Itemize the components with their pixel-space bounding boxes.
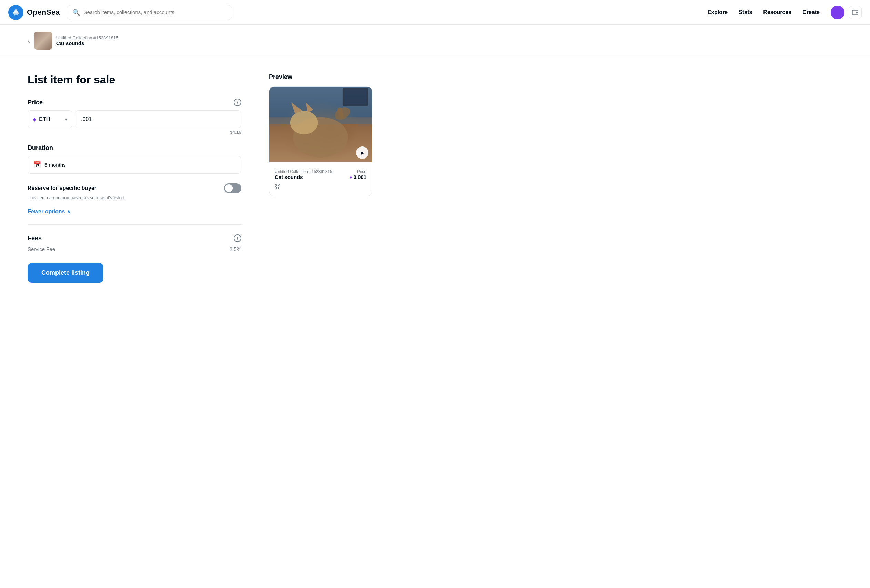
right-panel: Preview xyxy=(269,73,379,283)
preview-eth-icon: ♦ xyxy=(350,174,352,180)
item-thumbnail xyxy=(34,32,52,50)
link-icon: ⛓ xyxy=(275,183,281,191)
logo-icon xyxy=(8,5,24,20)
fewer-options-section: Fewer options ∧ xyxy=(28,208,241,215)
preview-label: Preview xyxy=(269,73,379,80)
preview-price-label: Price xyxy=(350,169,366,174)
currency-selector[interactable]: ♦ ETH ▾ xyxy=(28,110,72,128)
svg-point-5 xyxy=(290,111,318,134)
duration-section: Duration 📅 6 months xyxy=(28,144,241,174)
breadcrumb-collection: Untitled Collection #152391815 xyxy=(56,35,119,40)
preview-collection: Untitled Collection #152391815 xyxy=(275,169,332,174)
preview-name: Cat sounds xyxy=(275,174,332,180)
reserve-toggle[interactable] xyxy=(224,183,241,193)
duration-header: Duration xyxy=(28,144,241,152)
fewer-options-text: Fewer options xyxy=(28,208,65,215)
logo-link[interactable]: OpenSea xyxy=(8,5,60,20)
price-section-header: Price i xyxy=(28,98,241,106)
price-usd-value: $4.19 xyxy=(28,130,241,135)
preview-info: Untitled Collection #152391815 Cat sound… xyxy=(269,162,372,180)
toggle-knob xyxy=(225,185,233,192)
avatar[interactable] xyxy=(831,6,845,19)
chevron-up-icon: ∧ xyxy=(67,209,70,214)
logo-text: OpenSea xyxy=(27,8,60,17)
back-button[interactable]: ‹ xyxy=(28,37,30,45)
fees-section: Fees i Service Fee 2.5% xyxy=(28,234,241,252)
duration-value: 6 months xyxy=(45,162,66,168)
reserve-label: Reserve for specific buyer xyxy=(28,185,97,191)
reserve-description: This item can be purchased as soon as it… xyxy=(28,195,241,200)
currency-label: ETH xyxy=(39,116,50,122)
search-bar[interactable]: 🔍 xyxy=(67,5,232,20)
service-fee-label: Service Fee xyxy=(28,246,55,252)
preview-price-number: 0.001 xyxy=(353,174,366,180)
duration-label: Duration xyxy=(28,144,53,152)
nav-stats[interactable]: Stats xyxy=(739,9,752,15)
fees-label: Fees xyxy=(28,235,42,242)
calendar-icon: 📅 xyxy=(33,161,41,168)
nav-links: Explore Stats Resources Create xyxy=(708,9,820,15)
breadcrumb-bar: ‹ Untitled Collection #152391815 Cat sou… xyxy=(0,25,870,57)
left-panel: List item for sale Price i ♦ ETH ▾ $4.19… xyxy=(28,73,241,283)
fees-header: Fees i xyxy=(28,234,241,242)
page-title: List item for sale xyxy=(28,73,241,86)
service-fee-value: 2.5% xyxy=(229,246,241,252)
eth-icon: ♦ xyxy=(33,115,36,124)
nav-explore[interactable]: Explore xyxy=(708,9,728,15)
price-row: ♦ ETH ▾ xyxy=(28,110,241,128)
fewer-options-button[interactable]: Fewer options ∧ xyxy=(28,208,70,215)
search-input[interactable] xyxy=(83,9,226,15)
wallet-button[interactable] xyxy=(849,6,862,19)
price-label: Price xyxy=(28,99,43,106)
divider xyxy=(28,224,241,225)
main-content: List item for sale Price i ♦ ETH ▾ $4.19… xyxy=(0,57,483,299)
reserve-section: Reserve for specific buyer This item can… xyxy=(28,183,241,200)
fees-row: Service Fee 2.5% xyxy=(28,246,241,252)
search-icon: 🔍 xyxy=(72,9,80,16)
preview-image-wrap: ▶ xyxy=(269,86,372,162)
price-input[interactable] xyxy=(75,110,241,128)
breadcrumb-text: Untitled Collection #152391815 Cat sound… xyxy=(56,35,119,46)
nav-create[interactable]: Create xyxy=(803,9,820,15)
breadcrumb-item-name: Cat sounds xyxy=(56,40,119,46)
complete-listing-button[interactable]: Complete listing xyxy=(28,263,103,283)
navbar: OpenSea 🔍 Explore Stats Resources Create xyxy=(0,0,870,25)
preview-footer: ⛓ xyxy=(269,180,372,191)
fees-info-icon[interactable]: i xyxy=(234,234,241,242)
svg-rect-11 xyxy=(344,89,366,104)
duration-input[interactable]: 📅 6 months xyxy=(28,156,241,174)
currency-chevron-icon: ▾ xyxy=(65,117,67,122)
preview-card: ▶ Untitled Collection #152391815 Cat sou… xyxy=(269,86,372,196)
reserve-row: Reserve for specific buyer xyxy=(28,183,241,193)
price-info-icon[interactable]: i xyxy=(234,98,241,106)
nav-resources[interactable]: Resources xyxy=(763,9,791,15)
preview-price-value: ♦ 0.001 xyxy=(350,174,366,180)
preview-play-button[interactable]: ▶ xyxy=(356,146,368,159)
